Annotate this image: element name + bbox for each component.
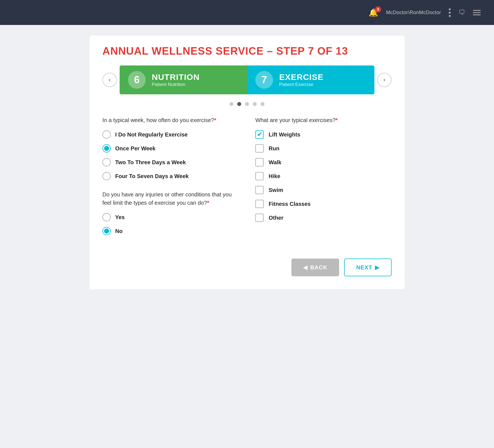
chat-icon[interactable]: 🗨 — [458, 9, 465, 16]
back-button[interactable]: ◀ BACK — [291, 259, 339, 276]
form-left: In a typical week, how often do you exer… — [102, 116, 239, 245]
options-dots[interactable] — [449, 8, 451, 17]
form-footer: ◀ BACK NEXT ▶ — [102, 259, 392, 276]
tab-nutrition-text: NUTRITION Patient Nutrition — [152, 72, 200, 87]
tab-exercise-number: 7 — [255, 71, 273, 89]
checkbox-swim[interactable] — [255, 186, 264, 194]
section-tabs-wrapper: ‹ 6 NUTRITION Patient Nutrition 7 EXERCI… — [102, 65, 392, 94]
label-other: Other — [269, 215, 283, 221]
step-title: ANNUAL WELLNESS SERVICE – STEP 7 OF 13 — [102, 45, 392, 57]
checkbox-item-other[interactable]: Other — [255, 214, 392, 222]
label-no-regular-exercise: I Do Not Regularly Exercise — [115, 131, 188, 138]
checkbox-fitness-classes[interactable] — [255, 200, 264, 208]
label-once-per-week: Once Per Week — [115, 145, 155, 152]
exercises-checkbox-group: ✔ Lift Weights Run Walk Hike — [255, 130, 392, 222]
option-no-regular-exercise[interactable]: I Do Not Regularly Exercise — [102, 130, 239, 139]
notification-badge: 3 — [375, 6, 381, 12]
option-two-three-days[interactable]: Two To Three Days a Week — [102, 158, 239, 166]
required-star-2: * — [207, 200, 209, 206]
injuries-group: Yes No — [102, 213, 239, 235]
radio-once-per-week[interactable] — [102, 144, 111, 153]
exercise-frequency-question: In a typical week, how often do you exer… — [102, 116, 239, 124]
checkbox-item-fitness-classes[interactable]: Fitness Classes — [255, 200, 392, 208]
option-injuries-no[interactable]: No — [102, 227, 239, 235]
tab-exercise-text: EXERCISE Patient Exercise — [279, 72, 324, 87]
label-injuries-yes: Yes — [115, 214, 125, 221]
label-hike: Hike — [269, 173, 280, 179]
checkmark-lift-weights: ✔ — [257, 131, 262, 138]
radio-injuries-no[interactable] — [102, 227, 111, 235]
radio-two-three-days[interactable] — [102, 158, 111, 166]
step-dots — [102, 102, 392, 106]
tab-exercise-name: EXERCISE — [279, 72, 324, 82]
label-run: Run — [269, 145, 279, 152]
radio-inner-once-per-week — [104, 146, 109, 151]
radio-injuries-yes[interactable] — [102, 213, 111, 221]
label-two-three-days: Two To Three Days a Week — [115, 159, 186, 166]
checkbox-item-hike[interactable]: Hike — [255, 172, 392, 180]
next-arrow-icon: ▶ — [375, 264, 379, 271]
form-content: In a typical week, how often do you exer… — [102, 116, 392, 245]
label-fitness-classes: Fitness Classes — [269, 201, 311, 207]
option-once-per-week[interactable]: Once Per Week — [102, 144, 239, 153]
topnav: 🔔 3 McDoctor\RonMcDoctor 🗨 — [0, 0, 494, 25]
menu-line1 — [473, 10, 481, 11]
form-card: ANNUAL WELLNESS SERVICE – STEP 7 OF 13 ‹… — [89, 35, 405, 290]
menu-line2 — [473, 12, 481, 13]
user-label: McDoctor\RonMcDoctor — [386, 10, 441, 16]
label-walk: Walk — [269, 159, 281, 166]
label-four-seven-days: Four To Seven Days a Week — [115, 173, 189, 179]
next-section-button[interactable]: › — [377, 73, 392, 87]
label-lift-weights: Lift Weights — [269, 131, 300, 138]
radio-no-regular-exercise[interactable] — [102, 130, 111, 139]
tab-exercise-sub: Patient Exercise — [279, 82, 324, 87]
section-tabs: 6 NUTRITION Patient Nutrition 7 EXERCISE… — [120, 65, 374, 94]
injuries-question: Do you have any injuries or other condit… — [102, 190, 239, 207]
tab-exercise[interactable]: 7 EXERCISE Patient Exercise — [247, 65, 374, 94]
checkbox-lift-weights[interactable]: ✔ — [255, 130, 264, 139]
dot-4 — [253, 102, 257, 106]
checkbox-walk[interactable] — [255, 158, 264, 166]
tab-nutrition-number: 6 — [128, 71, 146, 89]
form-right: What are your typical exercises?* ✔ Lift… — [255, 116, 392, 245]
checkbox-item-walk[interactable]: Walk — [255, 158, 392, 166]
hamburger-menu[interactable] — [473, 10, 481, 15]
exercise-frequency-group: I Do Not Regularly Exercise Once Per Wee… — [102, 130, 239, 180]
dot-5 — [261, 102, 264, 106]
notification-bell[interactable]: 🔔 3 — [369, 8, 378, 17]
label-injuries-no: No — [115, 228, 123, 234]
checkbox-item-run[interactable]: Run — [255, 144, 392, 153]
back-label: BACK — [310, 264, 327, 271]
option-four-seven-days[interactable]: Four To Seven Days a Week — [102, 172, 239, 180]
tab-nutrition-sub: Patient Nutrition — [152, 82, 200, 87]
checkbox-other[interactable] — [255, 214, 264, 222]
back-arrow-icon: ◀ — [303, 264, 308, 271]
exercises-question: What are your typical exercises?* — [255, 116, 392, 124]
next-button[interactable]: NEXT ▶ — [344, 259, 392, 276]
tab-nutrition[interactable]: 6 NUTRITION Patient Nutrition — [120, 65, 247, 94]
dot-3 — [245, 102, 249, 106]
checkbox-hike[interactable] — [255, 172, 264, 180]
label-swim: Swim — [269, 187, 283, 193]
required-star-1: * — [214, 117, 216, 123]
dot2 — [449, 12, 451, 14]
dot1 — [449, 8, 451, 10]
main-area: ANNUAL WELLNESS SERVICE – STEP 7 OF 13 ‹… — [0, 25, 494, 300]
dot3 — [449, 15, 451, 17]
checkbox-item-swim[interactable]: Swim — [255, 186, 392, 194]
prev-section-button[interactable]: ‹ — [102, 73, 117, 87]
radio-four-seven-days[interactable] — [102, 172, 111, 180]
required-star-3: * — [336, 117, 338, 123]
checkbox-item-lift-weights[interactable]: ✔ Lift Weights — [255, 130, 392, 139]
tab-nutrition-name: NUTRITION — [152, 72, 200, 82]
checkbox-run[interactable] — [255, 144, 264, 153]
dot-1 — [230, 102, 233, 106]
option-injuries-yes[interactable]: Yes — [102, 213, 239, 221]
next-label: NEXT — [356, 264, 372, 271]
radio-inner-injuries-no — [104, 229, 109, 234]
dot-2 — [237, 102, 241, 106]
menu-line3 — [473, 14, 481, 15]
